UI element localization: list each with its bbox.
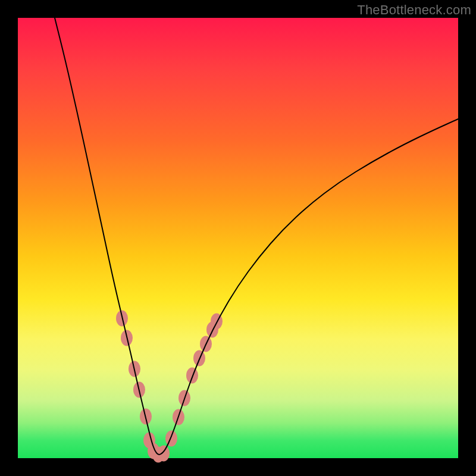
watermark-text: TheBottleneck.com [357, 2, 471, 18]
highlight-dot [165, 431, 177, 447]
bottleneck-curve [55, 18, 458, 455]
highlight-dots-group [116, 311, 223, 463]
chart-svg [18, 18, 458, 458]
highlight-dot [186, 368, 198, 384]
plot-area [18, 18, 458, 458]
highlight-dot [158, 446, 170, 462]
chart-stage: TheBottleneck.com [0, 0, 476, 476]
